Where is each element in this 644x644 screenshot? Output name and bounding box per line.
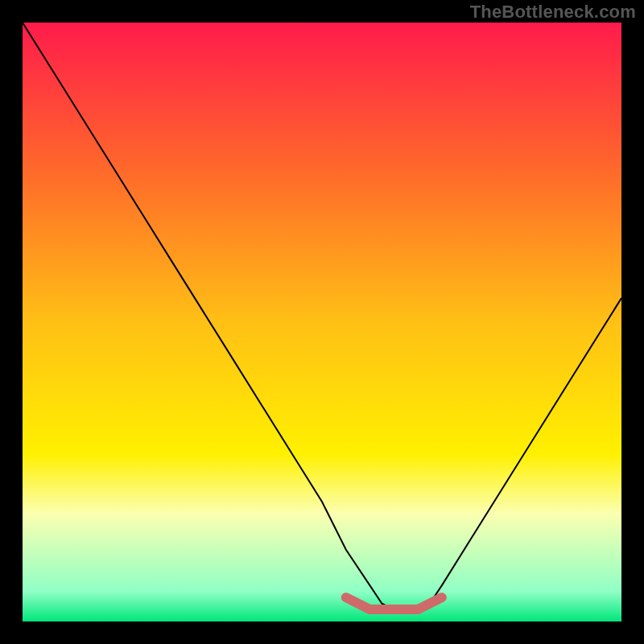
chart-frame: TheBottleneck.com — [0, 0, 644, 644]
plot-area — [23, 23, 621, 621]
watermark-text: TheBottleneck.com — [470, 2, 636, 23]
chart-svg — [23, 23, 621, 621]
heatmap-background — [23, 23, 621, 621]
